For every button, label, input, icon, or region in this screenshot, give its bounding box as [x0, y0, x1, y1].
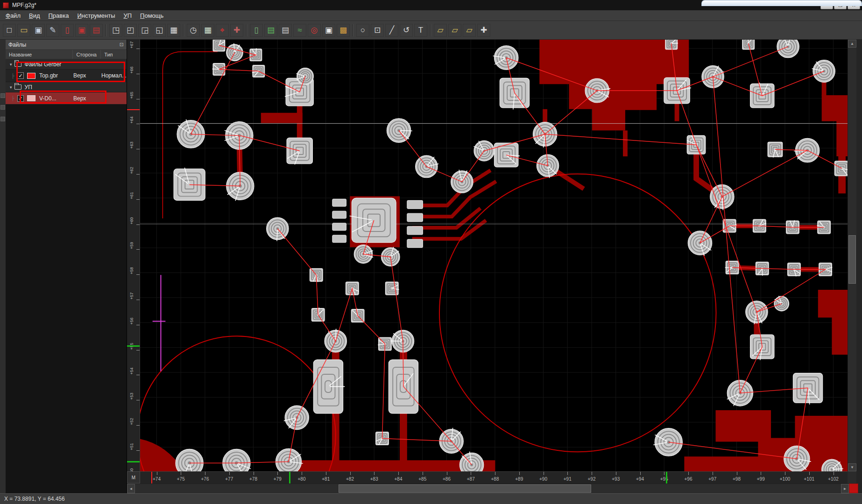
smd-pad[interactable]	[407, 213, 423, 222]
ruler-h-tick	[544, 472, 544, 475]
pan-view-icon[interactable]: ◱	[153, 24, 166, 37]
close-file-icon[interactable]: ▯	[61, 24, 74, 37]
arc-tool-icon[interactable]: ↺	[400, 24, 413, 37]
film-frames-icon[interactable]: ▦	[167, 24, 180, 37]
smd-pad[interactable]	[407, 239, 423, 248]
square-pad[interactable]	[349, 198, 396, 242]
drill-path[interactable]	[403, 386, 452, 441]
document-icon[interactable]: ▤	[279, 24, 292, 37]
square-pad[interactable]	[287, 138, 312, 164]
vertical-scrollbar[interactable]: ▲▼	[848, 40, 856, 471]
ruler-units-box[interactable]: M	[127, 471, 140, 483]
scroll-up-button[interactable]: ▲	[848, 40, 856, 48]
open-file-icon[interactable]: ▭	[17, 24, 30, 37]
zoom-window-icon[interactable]: ◳	[109, 24, 122, 37]
transform-object-icon[interactable]: ✚	[477, 24, 490, 37]
round-pad[interactable]	[223, 449, 251, 471]
vertical-scroll-thumb[interactable]	[848, 235, 856, 284]
round-pad[interactable]	[653, 428, 682, 456]
smd-pad[interactable]	[407, 200, 423, 209]
round-pad[interactable]	[777, 40, 799, 58]
column-header-1[interactable]: Сторона	[73, 50, 101, 59]
polyline-tool-icon[interactable]: ≈	[293, 24, 306, 37]
drill-path[interactable]	[713, 77, 740, 393]
report-icon[interactable]: ▤	[264, 24, 277, 37]
horizontal-ruler[interactable]: +74+75+76+77+78+79+80+81+82+83+84+85+86+…	[140, 471, 848, 483]
scroll-right-button[interactable]: ►	[841, 484, 849, 493]
panel-dock-icon[interactable]: ⊡	[120, 42, 124, 48]
round-pad[interactable]	[226, 43, 243, 61]
menu-item-file[interactable]: Файл	[1, 11, 25, 21]
pad-array-icon[interactable]: ▣	[322, 24, 335, 37]
target-tool-icon[interactable]: ⌖	[216, 24, 229, 37]
copy-object-icon[interactable]: ▱	[434, 24, 447, 37]
round-pad[interactable]	[688, 231, 712, 256]
round-pad[interactable]	[459, 452, 483, 471]
cut-object-icon[interactable]: ▱	[448, 24, 461, 37]
export-gerber-icon[interactable]: ▤	[90, 24, 103, 37]
smd-pad[interactable]	[407, 226, 423, 235]
circle-tool-icon[interactable]: ○	[356, 24, 369, 37]
menu-item-help[interactable]: Помощь	[136, 11, 168, 21]
round-pad[interactable]	[493, 46, 518, 70]
save-file-icon[interactable]: ▣	[32, 24, 45, 37]
scroll-left-button[interactable]: ◄	[127, 484, 135, 493]
drill-path[interactable]	[722, 150, 807, 196]
column-header-0[interactable]: Название	[6, 50, 73, 59]
expand-arrow-icon[interactable]: ▾	[10, 85, 12, 90]
smd-pad[interactable]	[332, 223, 346, 231]
zoom-extents-icon[interactable]: ◰	[124, 24, 137, 37]
dock-strip-button-2[interactable]	[0, 117, 5, 121]
column-header-2[interactable]: Тип	[101, 50, 127, 59]
round-pad[interactable]	[387, 119, 412, 143]
text-tool-icon[interactable]: T	[414, 24, 427, 37]
round-pad[interactable]	[276, 448, 303, 471]
menu-item-up[interactable]: УП	[119, 11, 136, 21]
vertical-ruler[interactable]: +67+66+65+64+63+62+61+60+59+58+57+56+55+…	[127, 40, 140, 471]
paste-layer-icon[interactable]: ▯	[250, 24, 263, 37]
round-pad[interactable]	[176, 449, 203, 471]
round-pad[interactable]	[774, 296, 789, 311]
square-pad[interactable]	[385, 282, 399, 295]
drill-path[interactable]	[399, 131, 484, 182]
zoom-selection-icon[interactable]: ◲	[138, 24, 151, 37]
new-file-icon[interactable]: □	[3, 24, 16, 37]
line-tool-icon[interactable]: ╱	[385, 24, 398, 37]
menu-item-view[interactable]: Вид	[25, 11, 44, 21]
round-pad[interactable]	[390, 330, 414, 352]
smd-pad[interactable]	[332, 199, 346, 206]
expand-arrow-icon[interactable]: ▾	[10, 62, 12, 67]
copper-pour[interactable]	[818, 290, 848, 355]
parameters-table-icon[interactable]: ▦	[201, 24, 214, 37]
horizontal-scroll-thumb[interactable]	[339, 484, 591, 493]
round-pad[interactable]	[284, 406, 309, 430]
save-as-icon[interactable]: ✎	[46, 24, 59, 37]
circle-pad-tool-icon[interactable]: ◎	[308, 24, 321, 37]
square-pad[interactable]	[500, 78, 529, 109]
scroll-down-button[interactable]: ▼	[848, 463, 856, 471]
paste-object-icon[interactable]: ▱	[463, 24, 476, 37]
aperture-grid-icon[interactable]: ▩	[337, 24, 350, 37]
files-panel-header[interactable]: Файлы ⊡	[6, 40, 127, 49]
round-pad[interactable]	[537, 154, 558, 178]
square-pad[interactable]	[834, 161, 848, 176]
pcb-canvas[interactable]	[140, 40, 848, 471]
dock-strip-button-1[interactable]	[0, 105, 5, 110]
board-circle[interactable]	[439, 174, 716, 452]
dock-strip-button-0[interactable]	[0, 93, 5, 98]
run-program-icon[interactable]: ◷	[187, 24, 200, 37]
horizontal-scrollbar[interactable]: ◄►	[127, 483, 849, 493]
smd-pad[interactable]	[332, 211, 346, 218]
menu-item-edit[interactable]: Правка	[44, 11, 73, 21]
scroll-corner-button[interactable]	[849, 483, 858, 493]
pcb-view[interactable]	[140, 40, 848, 471]
copper-pour[interactable]	[822, 95, 848, 156]
smd-pad[interactable]	[332, 235, 346, 243]
copper-pour[interactable]	[716, 410, 771, 441]
import-gerber-icon[interactable]: ▣	[75, 24, 88, 37]
rect-pad[interactable]	[313, 360, 345, 413]
menu-item-tools[interactable]: Инструменты	[73, 11, 119, 21]
drill-tool-icon[interactable]: ✚	[230, 24, 243, 37]
square-pad[interactable]	[174, 168, 205, 200]
center-mark-tool-icon[interactable]: ⊡	[371, 24, 384, 37]
